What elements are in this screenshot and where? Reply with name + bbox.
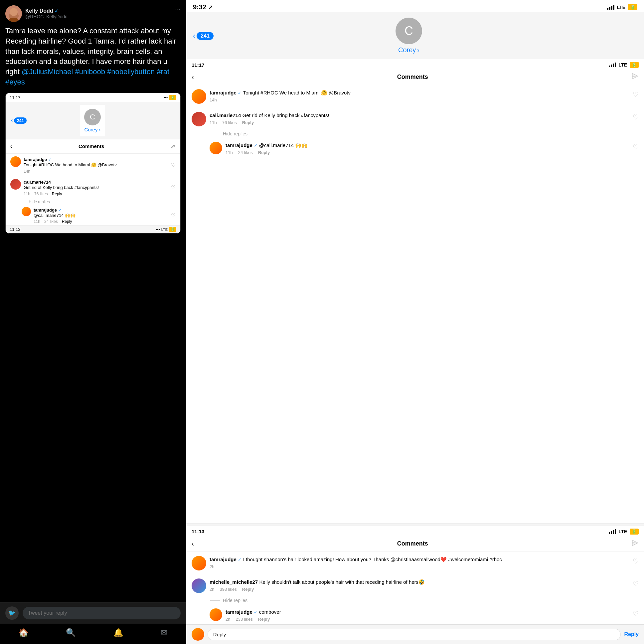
screen1-comment-2-text: Get rid of Kelly bring back #fancypants! [242, 112, 329, 118]
embedded-nav-bar: ‹ 241 C Corey › [6, 102, 180, 139]
embedded-reply-1-heart[interactable]: ♡ [171, 212, 176, 219]
bottom-reply-input[interactable]: Reply [208, 629, 621, 640]
embedded-badge: 241 [14, 117, 27, 124]
embedded-comment-1-heart[interactable]: ♡ [171, 162, 176, 168]
svg-marker-4 [632, 74, 638, 79]
embedded-comments-section: ‹ Comments ⇗ tamrajudge ✓ Tonight #RHOC … [6, 139, 180, 234]
screen1-comment-1-user: tamrajudge [210, 90, 237, 95]
screen1-reply-1-content: tamrajudge ✓ @cali.marie714 🙌🙌 11h 24 li… [226, 142, 629, 155]
embedded-status-bar-2: 11:13 ▪▪▪ LTE 🔋 [6, 225, 180, 233]
embedded-contact-avatar: C [84, 109, 101, 125]
embedded-cali-avatar [10, 179, 21, 190]
comments-screen-2: 11:13 LTE 🔋 ‹ Comments [186, 526, 644, 644]
user-handle: @RHOC_KellyDodd [25, 14, 68, 19]
embedded-comment-1-text: Tonight #RHOC We head to Miami 🤗 @Bravot… [24, 162, 168, 168]
bottom-nav: 🏠 🔍 🔔 ✉ [0, 624, 186, 644]
screen1-send-icon[interactable] [631, 73, 639, 81]
screen2-comments-header: ‹ Comments [186, 536, 644, 552]
screen2-comment-2-heart[interactable]: ♡ [633, 580, 639, 588]
screen1-status: 11:17 LTE 🔋 [186, 59, 644, 69]
tweet-text: Tamra leave me alone? A constant attack … [5, 26, 181, 87]
signal-bar-1 [607, 8, 608, 10]
search-nav-icon[interactable]: 🔍 [66, 628, 76, 637]
tweet-container: Kelly Dodd ✓ @RHOC_KellyDodd ··· Tamra l… [0, 0, 186, 602]
large-badge: 241 [197, 32, 214, 40]
screen2-reply-1-user: tamrajudge [226, 609, 252, 615]
embedded-back-btn[interactable]: ‹ 241 [11, 117, 27, 124]
screen2-reply-tamra-avatar [210, 608, 222, 621]
screen1-hide-replies[interactable]: Hide replies [186, 130, 644, 139]
embedded-send-icon[interactable]: ⇗ [171, 143, 176, 150]
reply-input[interactable] [23, 607, 181, 619]
notifications-nav-icon[interactable]: 🔔 [113, 628, 123, 637]
status-time: 9:32 ↗ [193, 3, 213, 11]
screen1-reply-tamra-avatar [210, 142, 222, 154]
screen1-comment-2: cali.marie714 Get rid of Kelly bring bac… [186, 108, 644, 130]
messages-nav-icon[interactable]: ✉ [161, 628, 167, 637]
screen1-back-arrow[interactable]: ‹ [192, 73, 194, 81]
embedded-comment-2-meta: 11h 76 likes Reply [24, 192, 168, 196]
screen2-send-icon[interactable] [631, 539, 639, 548]
screen1-comment-1-verified: ✓ [238, 90, 241, 95]
screen1-reply-1-reply-btn[interactable]: Reply [258, 150, 270, 155]
screen2-comment-1-content: tamrajudge ✓ I thought shannon's hair lo… [210, 556, 629, 569]
bottom-reply-bar: Reply Reply [186, 624, 644, 644]
screen2-michelle-avatar [192, 578, 206, 593]
screen2-comments-title: Comments [397, 540, 428, 547]
screen1-reply-1-verified: ✓ [254, 143, 257, 148]
screen2-back-arrow[interactable]: ‹ [192, 540, 194, 548]
screen2-comment-1-text: I thought shannon's hair looked amazing!… [243, 557, 502, 562]
embedded-reply-1-reply-btn[interactable]: Reply [62, 219, 72, 224]
embedded-comment-2-reply-btn[interactable]: Reply [52, 192, 62, 196]
signal-bars [607, 5, 614, 10]
user-name: Kelly Dodd ✓ [25, 8, 68, 14]
screen2-comment-1: tamrajudge ✓ I thought shannon's hair lo… [186, 552, 644, 574]
embedded-contact-name[interactable]: Corey › [84, 127, 100, 132]
location-icon: ↗ [208, 4, 213, 10]
more-options-icon[interactable]: ··· [175, 5, 181, 13]
reply-user-avatar: 🐦 [5, 606, 19, 620]
embedded-reply-1-meta: 11h 24 likes Reply [34, 219, 168, 224]
embedded-contact-header: C Corey › [80, 105, 105, 136]
home-nav-icon[interactable]: 🏠 [19, 628, 29, 637]
screen2-reply-1-reply-btn[interactable]: Reply [258, 617, 270, 622]
svg-point-2 [10, 8, 18, 16]
embedded-comment-2-content: cali.marie714 Get rid of Kelly bring bac… [24, 179, 168, 196]
embedded-comment-2-text: Get rid of Kelly bring back #fancypants! [24, 185, 168, 191]
screen1-reply-1-heart[interactable]: ♡ [633, 143, 639, 151]
screen2-comment-2-reply-btn[interactable]: Reply [242, 587, 254, 592]
screen2-hide-replies[interactable]: Hide replies [186, 597, 644, 606]
screen1-signal [609, 63, 616, 67]
tweet-links[interactable]: @JuliusMichael #uniboob #nobellybutton #… [5, 68, 169, 86]
screen1-comment-2-heart[interactable]: ♡ [633, 113, 639, 121]
svg-marker-5 [632, 540, 638, 546]
embedded-comment-2-user: cali.marie714 [24, 180, 51, 185]
screen1-comment-2-reply-btn[interactable]: Reply [242, 120, 254, 125]
embedded-reply-1-user: tamrajudge ✓ [34, 208, 61, 213]
large-contact-name[interactable]: Corey › [398, 46, 419, 54]
embedded-tamra-avatar [10, 156, 21, 167]
screen2-comment-2: michelle_michelle27 Kelly shouldn't talk… [186, 574, 644, 597]
signal-bar-3 [611, 6, 612, 10]
embedded-hide-replies[interactable]: — Hide replies [6, 199, 180, 206]
screen2-lte: LTE [619, 529, 627, 534]
screen2-comment-1-user: tamrajudge [210, 557, 237, 562]
screen1-reply-1-meta: 11h 24 likes Reply [226, 150, 629, 155]
signal-bar-4 [613, 5, 614, 10]
bottom-reply-btn[interactable]: Reply [624, 631, 639, 637]
screen1-comment-1-heart[interactable]: ♡ [633, 90, 639, 98]
screen2-comment-2-user: michelle_michelle27 [210, 579, 258, 585]
embedded-status-bar: 11:17 ▪▪▪ 11:13 🔋 [6, 93, 180, 102]
screen1-battery: 🔋 [630, 62, 639, 68]
screen2-reply-1-heart[interactable]: ♡ [633, 610, 639, 618]
embedded-comment-2-heart[interactable]: ♡ [171, 184, 176, 191]
ios-status-bar: 9:32 ↗ LTE 🔋 [186, 0, 644, 12]
large-contact-avatar: C [396, 18, 422, 44]
lte-label: LTE [617, 5, 625, 10]
screen1-reply-1-text: @cali.marie714 🙌🙌 [259, 142, 308, 148]
screen2-comment-1-heart[interactable]: ♡ [633, 557, 639, 565]
verified-icon: ✓ [55, 8, 59, 14]
tweet-header: Kelly Dodd ✓ @RHOC_KellyDodd ··· [5, 5, 181, 22]
screen2-reply-1-text: combover [259, 609, 281, 615]
large-back-btn[interactable]: ‹ 241 [193, 32, 214, 40]
